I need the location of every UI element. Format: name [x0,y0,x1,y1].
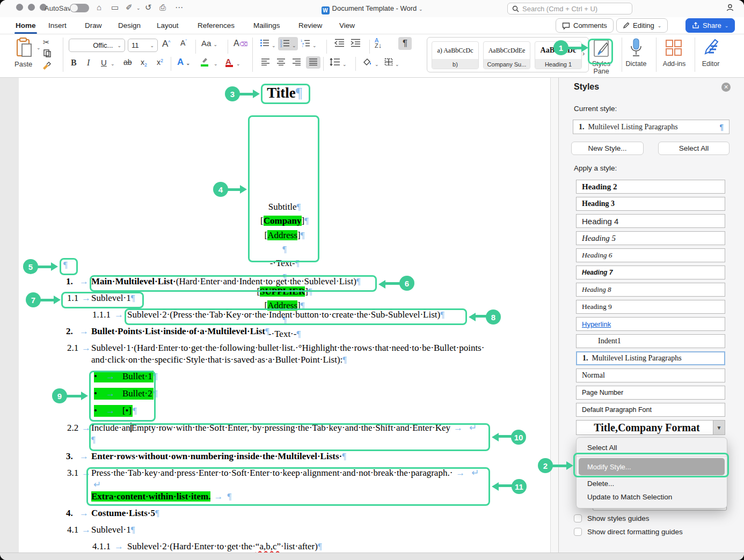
subscript-button[interactable]: x2 [141,58,147,68]
search-input[interactable]: Search (Cmd + Ctrl + U) [507,3,632,14]
copy-icon[interactable] [43,49,52,59]
numbered-list-button[interactable]: 123 ⌄ [278,37,298,50]
select-all-button[interactable]: Select All [658,142,730,155]
shrink-font-button[interactable]: Aˇ [180,39,187,47]
annotation-box-5 [60,258,78,275]
tab-review[interactable]: Review [297,19,323,32]
new-style-button[interactable]: New Style... [571,142,644,155]
italic-button[interactable]: I [87,58,90,68]
style-chip-company-subtitle[interactable]: AaBbCcDdEe Company Su... [483,41,530,69]
list-number: 4.1.1 [92,541,111,552]
style-item-hyperlink[interactable]: Hyperlink [576,317,725,331]
paste-button[interactable]: ⌄ [15,38,33,60]
strikethrough-button[interactable]: ab [123,58,132,67]
account-icon[interactable] [726,3,734,14]
format-painter-icon[interactable] [42,61,52,72]
style-item-normal[interactable]: Normal [576,369,725,382]
list-number: 4. [66,507,73,519]
style-item-h4[interactable]: Heading 4 [576,214,725,228]
align-right-button[interactable] [292,58,301,67]
menu-update-to-match[interactable]: Update to Match Selection [577,490,727,504]
style-item-h3[interactable]: Heading 3 [576,197,725,211]
tab-design[interactable]: Design [117,19,142,32]
tab-insert[interactable]: Insert [47,19,68,32]
font-name-dropdown[interactable]: Offic...⌄ [69,39,125,52]
style-chip-b[interactable]: a) AaBbCcDc b) [432,41,479,69]
bullet-list-button[interactable]: ⌄ [260,39,275,49]
tab-mark: → [114,309,123,321]
menu-delete[interactable]: Delete... [577,477,727,490]
style-item-pagenum[interactable]: Page Number [576,386,725,400]
style-item-h7[interactable]: Heading 7 [576,266,725,279]
sort-button[interactable]: AZ↓ [375,38,382,48]
tab-layout[interactable]: Layout [156,19,180,32]
shading-button[interactable]: ⌄ [363,58,378,68]
superscript-button[interactable]: x2 [157,58,163,67]
pilcrow-mark: ¶ [342,355,347,365]
increase-indent-button[interactable] [350,39,361,49]
show-styles-guides-row[interactable]: Show styles guides [574,514,650,522]
annotation-box-7 [61,292,144,308]
borders-button[interactable]: ⌄ [384,58,399,68]
style-item-h6[interactable]: Heading 6 [576,248,725,262]
change-case-button[interactable]: Aa ⌄ [201,39,217,48]
style-item-h2[interactable]: Heading 2 [576,180,725,194]
editing-dropdown[interactable]: Editing⌄ [616,18,668,33]
highlight-chevron-icon[interactable]: ⌄ [214,61,218,67]
underline-chevron-icon[interactable]: ⌄ [111,61,115,67]
font-color-chevron-icon[interactable]: ⌄ [236,61,240,67]
show-paragraph-marks-button[interactable]: ¶ [398,37,412,50]
share-button[interactable]: Share⌄ [685,18,735,33]
annotation-box-11 [86,467,490,506]
close-icon[interactable]: ✕ [721,83,731,92]
arrow-11 [498,484,513,487]
underline-button[interactable]: U [101,58,107,67]
tab-draw[interactable]: Draw [84,19,103,32]
grow-font-button[interactable]: A^ [162,39,171,49]
bold-button[interactable]: B [71,58,77,68]
document-scrollbar-gutter[interactable] [550,78,558,552]
justify-button[interactable] [306,56,320,69]
clear-formatting-button[interactable]: A⌫ [234,39,247,48]
comments-button[interactable]: Comments [556,18,614,33]
highlight-color-button[interactable] [201,57,209,67]
styles-pane: Styles ✕ Current style: 1. Multilevel Li… [558,78,744,552]
tab-home[interactable]: Home [14,19,37,32]
title-chevron-icon[interactable]: ⌄ [419,6,423,12]
dictate-button[interactable] [629,38,643,60]
tab-mark: → [79,507,89,519]
style-dropdown-button[interactable]: ▼ [713,421,725,434]
checkbox-direct-formatting[interactable] [574,528,582,536]
editor-button[interactable] [701,38,720,60]
show-direct-formatting-row[interactable]: Show direct formatting guides [574,528,683,536]
text-run: Sublevel·2·(Hard·Enter·to·get·the· [127,541,256,551]
style-item-dpf[interactable]: Default Paragraph Font [576,403,725,417]
font-size-dropdown[interactable]: 11⌄ [128,39,158,52]
multilevel-list-button[interactable]: 1ai ⌄ [301,39,316,49]
font-color-button[interactable]: A [225,57,233,67]
align-left-button[interactable] [261,58,270,67]
cut-icon[interactable]: ✂ [43,38,50,47]
style-item-h8[interactable]: Heading 8 [576,283,725,297]
callout-4: 4 [213,182,228,197]
arrowhead-4 [240,185,247,194]
style-item-h5[interactable]: Heading 5 [576,231,725,245]
text-effects-button[interactable]: A ⌄ [177,57,190,68]
style-item-indent1[interactable]: Indent1 [576,334,725,348]
checkbox-styles-guides[interactable] [574,514,582,522]
style-item-mll[interactable]: 1. Multilevel Listing Paragraphs [576,351,725,365]
addins-grid-icon [665,39,683,57]
callout-9: 9 [52,388,67,403]
pilcrow-mark: ¶ [155,508,159,518]
decrease-indent-button[interactable] [334,39,345,49]
align-center-button[interactable] [276,58,286,67]
line-spacing-button[interactable]: ⌄ [330,58,346,68]
tab-references[interactable]: References [196,19,236,32]
annotation-box-3 [261,84,310,104]
tab-view[interactable]: View [338,19,356,32]
addins-button[interactable] [665,39,683,58]
style-item-h9[interactable]: Heading 9 [576,300,725,314]
ribbon: ⌄ Paste ✂ Offic...⌄ 11⌄ A^ Aˇ Aa ⌄ A⌫ B … [0,34,744,78]
style-item-titlecompany[interactable]: Title,Company Format▼ [576,420,725,435]
tab-mailings[interactable]: Mailings [252,19,281,32]
